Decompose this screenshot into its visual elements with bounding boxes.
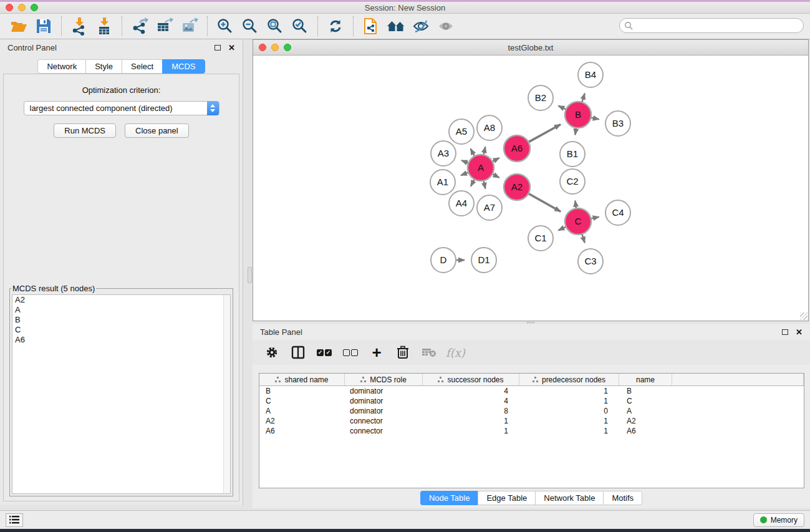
edge-A-A5[interactable] (471, 148, 475, 156)
panel-splitter-grip[interactable] (248, 267, 252, 283)
column-header-successor-nodes[interactable]: successor nodes (423, 374, 519, 385)
export-image-icon[interactable] (177, 16, 202, 37)
edge-C-C3[interactable] (582, 234, 584, 243)
table-row[interactable]: Cdominator41C (259, 396, 804, 406)
function-builder-icon[interactable]: f(x) (446, 346, 465, 359)
add-column-icon[interactable]: + (366, 343, 387, 362)
edge-A-A4[interactable] (471, 179, 475, 186)
edge-A6-B[interactable] (528, 124, 561, 142)
column-header-mcds-role[interactable]: MCDS role (345, 374, 423, 385)
table-tab-motifs[interactable]: Motifs (603, 491, 642, 505)
table-cell[interactable]: 1 (423, 416, 519, 426)
table-cell[interactable]: 4 (423, 386, 519, 396)
table-cell[interactable]: A2 (259, 416, 345, 426)
optimization-criterion-dropdown[interactable]: largest connected component (directed) (24, 101, 219, 115)
import-network-icon[interactable] (67, 16, 92, 37)
table-row[interactable]: A2connector11A2 (259, 416, 804, 426)
mcds-result-list[interactable]: A2ABCA6 (12, 294, 231, 494)
delete-table-icon[interactable] (418, 343, 440, 362)
tab-network[interactable]: Network (37, 59, 85, 74)
node-table[interactable]: shared nameMCDS rolesuccessor nodesprede… (259, 373, 804, 488)
zoom-in-icon[interactable] (213, 16, 238, 37)
search-field[interactable] (619, 18, 804, 33)
edge-A-A1[interactable] (461, 172, 468, 175)
table-cell[interactable]: 8 (423, 406, 519, 416)
edge-B-B3[interactable] (591, 117, 599, 119)
save-session-icon[interactable] (31, 16, 56, 37)
table-cell[interactable]: 1 (519, 426, 619, 436)
open-network-file-icon[interactable] (359, 16, 383, 37)
table-cell[interactable]: 1 (519, 396, 619, 406)
task-history-button[interactable] (6, 513, 23, 527)
hide-graphics-details-icon[interactable] (408, 16, 433, 37)
table-row[interactable]: A6connector11A6 (259, 426, 804, 436)
open-file-icon[interactable] (6, 16, 31, 37)
close-panel-button[interactable]: Close panel (125, 123, 189, 138)
table-cell[interactable]: C (619, 396, 672, 406)
zoom-selected-icon[interactable] (287, 16, 312, 37)
column-header-predecessor-nodes[interactable]: predecessor nodes (519, 374, 619, 385)
column-header-name[interactable]: name (619, 374, 672, 385)
table-cell[interactable]: A6 (259, 426, 345, 436)
table-row[interactable]: Adominator80A (259, 406, 804, 416)
edge-B-B4[interactable] (582, 94, 584, 102)
import-table-icon[interactable] (92, 16, 117, 37)
tab-select[interactable]: Select (122, 59, 162, 74)
result-list-scrollbar[interactable] (223, 295, 230, 493)
table-cell[interactable]: dominator (345, 406, 423, 416)
edge-C-C1[interactable] (558, 227, 566, 231)
result-list-item[interactable]: C (12, 325, 230, 335)
refresh-icon[interactable] (323, 16, 348, 37)
column-header-shared-name[interactable]: shared name (259, 374, 345, 385)
result-list-item[interactable]: A2 (12, 295, 230, 305)
table-tab-edge-table[interactable]: Edge Table (478, 491, 535, 505)
edge-A-A2[interactable] (493, 174, 499, 178)
table-cell[interactable]: 1 (423, 426, 519, 436)
table-row[interactable]: Bdominator41B (259, 386, 804, 396)
table-cell[interactable]: A (259, 406, 345, 416)
edge-C-C4[interactable] (591, 217, 599, 219)
table-cell[interactable]: 4 (423, 396, 519, 406)
table-cell[interactable]: dominator (345, 396, 423, 406)
table-cell[interactable]: connector (345, 426, 423, 436)
export-table-icon[interactable] (152, 16, 177, 37)
table-cell[interactable]: dominator (345, 386, 423, 396)
memory-button[interactable]: Memory (753, 513, 804, 527)
edge-A2-C[interactable] (528, 193, 561, 211)
table-tab-node-table[interactable]: Node Table (420, 491, 478, 505)
export-network-icon[interactable] (127, 16, 152, 37)
edge-A-A6[interactable] (493, 158, 499, 162)
table-cell[interactable]: A (619, 406, 672, 416)
tab-style[interactable]: Style (85, 59, 122, 74)
table-cell[interactable]: A2 (619, 416, 672, 426)
delete-column-icon[interactable] (392, 343, 413, 362)
run-mcds-button[interactable]: Run MCDS (54, 123, 116, 138)
table-cell[interactable]: 0 (519, 406, 619, 416)
edge-C-C2[interactable] (575, 201, 576, 209)
table-cell[interactable]: 1 (519, 416, 619, 426)
window-resize-grip[interactable] (800, 312, 808, 320)
settings-gear-icon[interactable] (261, 343, 282, 362)
table-cell[interactable]: C (259, 396, 345, 406)
edge-B-B1[interactable] (575, 128, 576, 135)
deselect-all-checkboxes-icon[interactable] (340, 343, 361, 362)
table-cell[interactable]: 1 (519, 386, 619, 396)
close-table-panel-icon[interactable]: ✕ (796, 327, 803, 337)
network-canvas[interactable]: B4B2BB3A5A8A6B1A3AA1C2A2A4A7C4CC1C3DD1 (253, 56, 808, 321)
table-cell[interactable]: A6 (619, 426, 672, 436)
table-tab-network-table[interactable]: Network Table (535, 491, 603, 505)
edge-A-A8[interactable] (483, 147, 485, 155)
tab-mcds[interactable]: MCDS (162, 59, 205, 74)
result-list-item[interactable]: A (12, 305, 230, 315)
close-panel-icon[interactable]: ✕ (228, 43, 235, 52)
edge-A-A7[interactable] (483, 181, 485, 189)
edge-B-B2[interactable] (558, 106, 566, 110)
show-graphics-details-icon[interactable] (433, 16, 458, 37)
zoom-fit-icon[interactable] (263, 16, 287, 37)
table-cell[interactable]: B (619, 386, 672, 396)
column-layout-icon[interactable] (287, 343, 309, 362)
edge-A-A3[interactable] (461, 160, 468, 163)
table-cell[interactable]: connector (345, 416, 423, 426)
result-list-item[interactable]: B (12, 315, 230, 325)
float-table-panel-icon[interactable] (782, 329, 788, 335)
